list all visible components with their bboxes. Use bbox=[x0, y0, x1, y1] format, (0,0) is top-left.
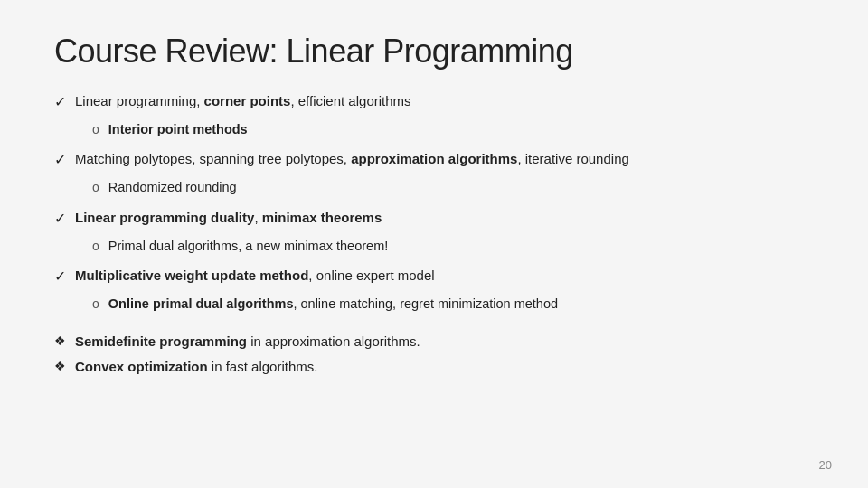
sub-item-4-1: o Online primal dual algorithms, online … bbox=[92, 294, 814, 314]
bullet-item-4: ✓ Multiplicative weight update method, o… bbox=[54, 265, 814, 288]
content-area: ✓ Linear programming, corner points, eff… bbox=[54, 90, 814, 377]
slide-title: Course Review: Linear Programming bbox=[54, 33, 814, 70]
bullet-item-3: ✓ Linear programming duality, minimax th… bbox=[54, 207, 814, 230]
slide: Course Review: Linear Programming ✓ Line… bbox=[0, 0, 868, 488]
sub-bullet-icon-4-1: o bbox=[92, 295, 99, 314]
sub-text-2-1: Randomized rounding bbox=[108, 177, 237, 197]
check-icon-2: ✓ bbox=[54, 149, 66, 172]
diamond-item-2: ❖ Convex optimization in fast algorithms… bbox=[54, 356, 814, 377]
bullet-item-1: ✓ Linear programming, corner points, eff… bbox=[54, 90, 814, 114]
sub-item-2-1: o Randomized rounding bbox=[92, 177, 814, 198]
sub-text-4-1: Online primal dual algorithms, online ma… bbox=[108, 294, 558, 314]
diamond-item-1: ❖ Semidefinite programming in approximat… bbox=[54, 331, 814, 352]
bullet-text-4: Multiplicative weight update method, onl… bbox=[75, 265, 435, 286]
check-icon-4: ✓ bbox=[54, 266, 66, 288]
check-icon-1: ✓ bbox=[54, 91, 66, 114]
sub-bullet-icon-1-1: o bbox=[92, 120, 99, 140]
sub-item-3-1: o Primal dual algorithms, a new minimax … bbox=[92, 236, 814, 257]
sub-text-1-1: Interior point methods bbox=[108, 119, 248, 139]
sub-item-1-1: o Interior point methods bbox=[92, 119, 814, 140]
diamond-text-2: Convex optimization in fast algorithms. bbox=[75, 356, 317, 377]
sub-bullet-icon-3-1: o bbox=[92, 237, 99, 257]
sub-text-3-1: Primal dual algorithms, a new minimax th… bbox=[108, 236, 388, 256]
sub-bullet-icon-2-1: o bbox=[92, 178, 99, 198]
bullet-text-2: Matching polytopes, spanning tree polyto… bbox=[75, 148, 629, 169]
check-icon-3: ✓ bbox=[54, 208, 66, 230]
bullet-item-2: ✓ Matching polytopes, spanning tree poly… bbox=[54, 148, 814, 172]
page-number: 20 bbox=[819, 458, 832, 472]
bullet-text-1: Linear programming, corner points, effic… bbox=[75, 90, 411, 111]
diamond-icon-1: ❖ bbox=[54, 332, 66, 352]
diamond-text-1: Semidefinite programming in approximatio… bbox=[75, 331, 420, 352]
bullet-text-3: Linear programming duality, minimax theo… bbox=[75, 207, 382, 228]
diamond-icon-2: ❖ bbox=[54, 357, 66, 377]
